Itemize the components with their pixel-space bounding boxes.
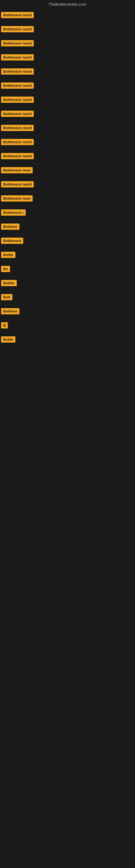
list-item: Bott xyxy=(0,291,135,305)
list-item: Bottleneck result xyxy=(0,122,135,135)
bottleneck-result-badge[interactable]: Bottleneck xyxy=(1,238,23,244)
list-item: Bottlene xyxy=(0,220,135,235)
bottleneck-result-badge[interactable]: Bottleneck resul xyxy=(1,195,33,202)
bottleneck-result-badge[interactable]: Bottle xyxy=(1,336,15,343)
bottleneck-result-badge[interactable]: Bottleneck result xyxy=(1,111,34,117)
bottleneck-result-badge[interactable]: Bottle xyxy=(1,252,15,258)
bottleneck-result-badge[interactable]: Bottleneck result xyxy=(1,40,34,46)
bottleneck-result-badge[interactable]: Bottleneck result xyxy=(1,83,34,89)
bottleneck-result-badge[interactable]: Bottleneck result xyxy=(1,54,34,61)
list-item: Bottleneck result xyxy=(0,79,135,93)
bottleneck-result-badge[interactable]: Bottlene xyxy=(1,223,19,230)
bottleneck-result-badge[interactable]: Bottleneck result xyxy=(1,12,34,18)
list-item: Bottleneck result xyxy=(0,150,135,164)
list-item: Bottleneck result xyxy=(0,23,135,37)
bottleneck-result-badge[interactable]: Bottleneck result xyxy=(1,153,34,159)
list-item: Bottleneck resul xyxy=(0,192,135,206)
list-item: Bottleneck xyxy=(0,235,135,248)
site-title: TheBottlenecker.com xyxy=(0,0,135,9)
bottleneck-result-badge[interactable]: Bottleneck resul xyxy=(1,167,33,173)
bottleneck-result-badge[interactable]: Bo xyxy=(1,266,10,272)
bottleneck-result-badge[interactable]: B xyxy=(1,322,8,329)
list-item: Bottleneck result xyxy=(0,107,135,122)
list-item: Bo xyxy=(0,262,135,277)
bottleneck-result-badge[interactable]: Bottleneck result xyxy=(1,125,34,131)
bottleneck-result-badge[interactable]: Bottlene xyxy=(1,308,19,314)
list-item: B xyxy=(0,319,135,333)
bottleneck-result-badge[interactable]: Bottleneck result xyxy=(1,26,34,32)
list-item: Bottleneck result xyxy=(0,37,135,51)
list-item: Bottleneck result xyxy=(0,9,135,23)
list-item: Bottleneck result xyxy=(0,178,135,192)
list-item: Bottleneck r xyxy=(0,206,135,220)
bottleneck-result-badge[interactable]: Bottleneck result xyxy=(1,181,34,187)
bottleneck-result-badge[interactable]: Bottleneck result xyxy=(1,139,34,145)
list-item: Bottleneck result xyxy=(0,51,135,65)
bottleneck-result-badge[interactable]: Bottleneck r xyxy=(1,209,26,216)
bottleneck-result-badge[interactable]: Bottler xyxy=(1,280,17,286)
list-item: Bottler xyxy=(0,277,135,291)
list-item: Bottlene xyxy=(0,305,135,319)
bottleneck-result-badge[interactable]: Bott xyxy=(1,294,12,300)
list-item: Bottleneck result xyxy=(0,135,135,150)
list-item: Bottleneck result xyxy=(0,65,135,79)
list-item: Bottle xyxy=(0,333,135,347)
list-item: Bottle xyxy=(0,248,135,262)
list-item: Bottleneck result xyxy=(0,93,135,107)
bottleneck-result-badge[interactable]: Bottleneck result xyxy=(1,68,34,74)
list-item: Bottleneck resul xyxy=(0,164,135,178)
bottleneck-result-badge[interactable]: Bottleneck result xyxy=(1,97,34,103)
